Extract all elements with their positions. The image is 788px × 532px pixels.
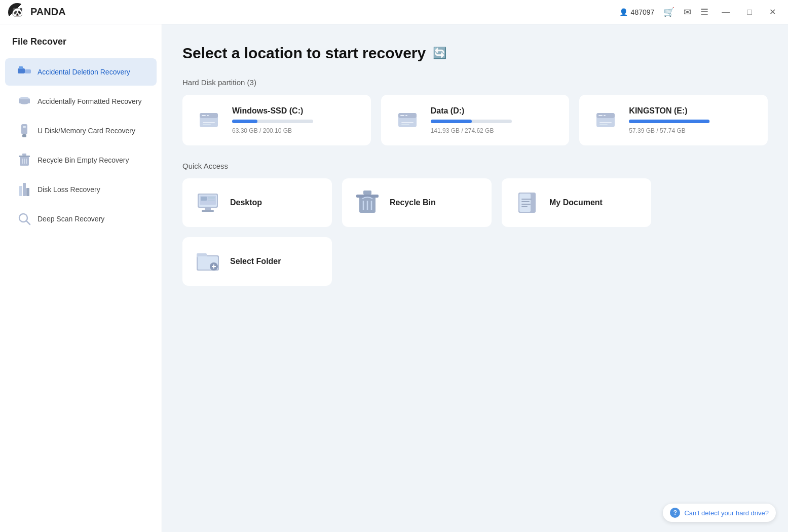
disk-progress-fill-e-drive [629, 120, 709, 123]
user-id-display: 👤 487097 [619, 8, 655, 16]
disk-name-c-drive: Windows-SSD (C:) [232, 106, 313, 116]
svg-rect-15 [23, 183, 26, 196]
page-title: Select a location to start recovery [182, 45, 426, 62]
page-title-row: Select a location to start recovery 🔄 [182, 45, 768, 62]
sidebar-item-formatted-recovery[interactable]: Accidentally Formatted Recovery [5, 88, 157, 115]
udisk-recovery-icon [17, 124, 31, 138]
quick-icon-my-document [514, 189, 540, 216]
svg-rect-41 [202, 210, 214, 212]
cart-icon[interactable]: 🛒 [663, 7, 674, 18]
hint-label: Can't detect your hard drive? [684, 509, 769, 517]
svg-rect-7 [23, 126, 26, 128]
disk-loss-recovery-icon [17, 182, 31, 197]
sidebar-item-recycle-bin-recovery[interactable]: Recycle Bin Empty Recovery [5, 146, 157, 174]
sidebar-item-deep-scan-recovery[interactable]: Deep Scan Recovery [5, 205, 157, 233]
svg-rect-5 [19, 99, 30, 103]
sidebar: File Recover Accidental Deletion Recover… [0, 24, 162, 532]
hard-disk-section-label: Hard Disk partition (3) [182, 78, 768, 87]
svg-rect-48 [363, 191, 371, 195]
svg-rect-28 [400, 115, 404, 116]
deep-scan-recovery-icon [17, 212, 31, 226]
svg-rect-2 [25, 69, 31, 73]
quick-card-recycle-bin[interactable]: Recycle Bin [342, 178, 492, 227]
svg-rect-16 [19, 186, 22, 196]
sidebar-item-label-disk-loss: Disk Loss Recovery [37, 185, 100, 194]
svg-rect-43 [201, 197, 207, 201]
hint-icon: ? [670, 508, 680, 518]
refresh-icon[interactable]: 🔄 [433, 47, 446, 60]
svg-rect-34 [598, 115, 603, 116]
disk-name-d-drive: Data (D:) [431, 106, 512, 116]
titlebar-right: 👤 487097 🛒 ✉ ☰ — □ ✕ [619, 5, 780, 19]
disk-progress-bg-e-drive [629, 120, 710, 123]
sidebar-item-label-formatted: Accidentally Formatted Recovery [37, 97, 141, 105]
sidebar-item-accidental-deletion[interactable]: Accidental Deletion Recovery [5, 58, 157, 86]
quick-icon-desktop [195, 189, 221, 216]
disk-sub-d-drive: 141.93 GB / 274.62 GB [431, 127, 512, 134]
svg-rect-22 [202, 115, 206, 116]
user-id-text: 487097 [631, 8, 655, 16]
disk-progress-bg-c-drive [232, 120, 313, 123]
sidebar-item-label-udisk: U Disk/Memory Card Recovery [37, 127, 135, 135]
svg-line-19 [26, 221, 30, 224]
sidebar-item-label-accidental: Accidental Deletion Recovery [37, 68, 130, 76]
quick-card-desktop[interactable]: Desktop [182, 178, 332, 227]
app-body: File Recover Accidental Deletion Recover… [0, 24, 788, 532]
disk-icon-e-drive [591, 106, 620, 134]
panda-logo: 🐼 [8, 3, 26, 21]
sidebar-item-disk-loss-recovery[interactable]: Disk Loss Recovery [5, 176, 157, 203]
disk-info-e-drive: KINGSTON (E:) 57.39 GB / 57.74 GB [629, 106, 710, 134]
disk-progress-fill-c-drive [232, 120, 257, 123]
sidebar-title: File Recover [0, 36, 162, 57]
disk-info-c-drive: Windows-SSD (C:) 63.30 GB / 200.10 GB [232, 106, 313, 134]
disk-sub-c-drive: 63.30 GB / 200.10 GB [232, 127, 313, 134]
minimize-button[interactable]: — [718, 6, 734, 19]
quick-card-select-folder[interactable]: Select Folder [182, 237, 332, 286]
disk-card-e-drive[interactable]: KINGSTON (E:) 57.39 GB / 57.74 GB [579, 95, 768, 145]
svg-rect-36 [599, 122, 612, 123]
disk-progress-bg-d-drive [431, 120, 512, 123]
maximize-button[interactable]: □ [743, 6, 756, 19]
quick-card-my-document[interactable]: My Document [502, 178, 651, 227]
disk-name-e-drive: KINGSTON (E:) [629, 106, 710, 116]
menu-icon[interactable]: ☰ [700, 7, 708, 18]
svg-rect-0 [18, 68, 25, 73]
svg-rect-58 [521, 206, 528, 207]
svg-rect-44 [208, 197, 215, 199]
svg-rect-40 [205, 208, 211, 210]
disk-cards-grid: Windows-SSD (C:) 63.30 GB / 200.10 GB Da… [182, 95, 768, 145]
svg-rect-1 [19, 66, 23, 69]
quick-label-select-folder: Select Folder [230, 257, 281, 266]
svg-rect-8 [22, 134, 26, 137]
svg-rect-57 [521, 204, 531, 205]
quick-label-recycle-bin: Recycle Bin [390, 198, 436, 207]
detect-hard-drive-hint[interactable]: ? Can't detect your hard drive? [663, 504, 776, 522]
svg-rect-45 [208, 200, 215, 201]
disk-card-c-drive[interactable]: Windows-SSD (C:) 63.30 GB / 200.10 GB [182, 95, 371, 145]
svg-rect-10 [19, 156, 30, 157]
formatted-recovery-icon [17, 94, 31, 108]
close-button[interactable]: ✕ [765, 5, 780, 19]
sidebar-item-label-deep-scan: Deep Scan Recovery [37, 215, 104, 223]
quick-icon-select-folder [195, 248, 221, 275]
disk-icon-d-drive [393, 106, 422, 134]
main-content: Select a location to start recovery 🔄 Ha… [162, 24, 788, 532]
recycle-bin-recovery-icon [17, 153, 31, 167]
svg-rect-23 [207, 115, 209, 116]
svg-rect-56 [521, 201, 530, 202]
svg-rect-55 [521, 199, 532, 200]
svg-rect-30 [401, 122, 414, 123]
disk-progress-fill-d-drive [431, 120, 472, 123]
titlebar-left: 🐼 PANDA [8, 3, 66, 21]
sidebar-item-label-recycle-bin: Recycle Bin Empty Recovery [37, 156, 129, 164]
disk-info-d-drive: Data (D:) 141.93 GB / 274.62 GB [431, 106, 512, 134]
disk-card-d-drive[interactable]: Data (D:) 141.93 GB / 274.62 GB [381, 95, 570, 145]
svg-rect-24 [203, 122, 215, 123]
user-avatar-icon: 👤 [619, 8, 628, 16]
mail-icon[interactable]: ✉ [684, 7, 691, 18]
app-logo-text: PANDA [30, 6, 66, 18]
svg-rect-17 [26, 188, 29, 196]
sidebar-item-udisk-recovery[interactable]: U Disk/Memory Card Recovery [5, 117, 157, 144]
quick-icon-recycle-bin [354, 189, 381, 216]
quick-label-desktop: Desktop [230, 198, 262, 207]
